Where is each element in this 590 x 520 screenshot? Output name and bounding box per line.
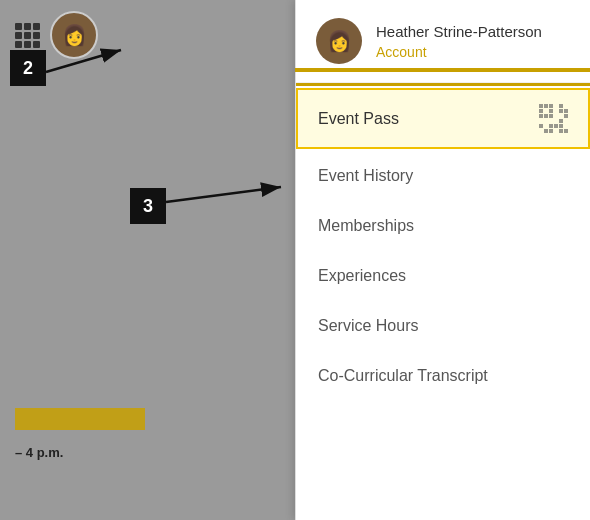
- menu-item-event-pass[interactable]: Event Pass: [296, 88, 590, 149]
- menu-item-event-pass-label: Event Pass: [318, 110, 399, 128]
- menu-item-memberships[interactable]: Memberships: [296, 201, 590, 251]
- menu-item-event-history-label: Event History: [318, 167, 413, 185]
- grid-dot: [15, 41, 22, 48]
- svg-line-1: [46, 50, 121, 72]
- menu-item-service-hours-label: Service Hours: [318, 317, 418, 335]
- grid-dot: [24, 32, 31, 39]
- user-account-link[interactable]: Account: [376, 44, 542, 60]
- menu-list: Event Pass Event History Me: [296, 88, 590, 401]
- svg-line-3: [166, 187, 281, 202]
- grid-dot: [24, 23, 31, 30]
- gold-separator: [296, 83, 590, 86]
- gold-divider-right: [295, 68, 590, 72]
- grid-dot: [33, 32, 40, 39]
- annotation-arrow-3: [166, 182, 296, 226]
- user-name: Heather Strine-Patterson: [376, 22, 542, 42]
- grid-dot: [33, 41, 40, 48]
- menu-item-memberships-label: Memberships: [318, 217, 414, 235]
- background-gold-bar: [15, 408, 145, 430]
- menu-item-experiences[interactable]: Experiences: [296, 251, 590, 301]
- background-time-text: – 4 p.m.: [15, 445, 63, 460]
- grid-dot: [33, 23, 40, 30]
- menu-item-service-hours[interactable]: Service Hours: [296, 301, 590, 351]
- grid-dot: [24, 41, 31, 48]
- menu-item-event-history[interactable]: Event History: [296, 151, 590, 201]
- menu-item-co-curricular[interactable]: Co-Curricular Transcript: [296, 351, 590, 401]
- user-avatar: 👩: [316, 18, 362, 64]
- grid-dot: [15, 32, 22, 39]
- qr-code-icon: [539, 104, 568, 133]
- grid-icon[interactable]: [15, 23, 40, 48]
- user-info: Heather Strine-Patterson Account: [376, 22, 542, 60]
- menu-item-co-curricular-label: Co-Curricular Transcript: [318, 367, 488, 385]
- grid-dot: [15, 23, 22, 30]
- annotation-label-3: 3: [130, 188, 166, 224]
- dropdown-menu-panel: 👩 Heather Strine-Patterson Account Event…: [295, 0, 590, 520]
- menu-item-experiences-label: Experiences: [318, 267, 406, 285]
- annotation-arrow-2: [46, 42, 136, 86]
- annotation-label-2: 2: [10, 50, 46, 86]
